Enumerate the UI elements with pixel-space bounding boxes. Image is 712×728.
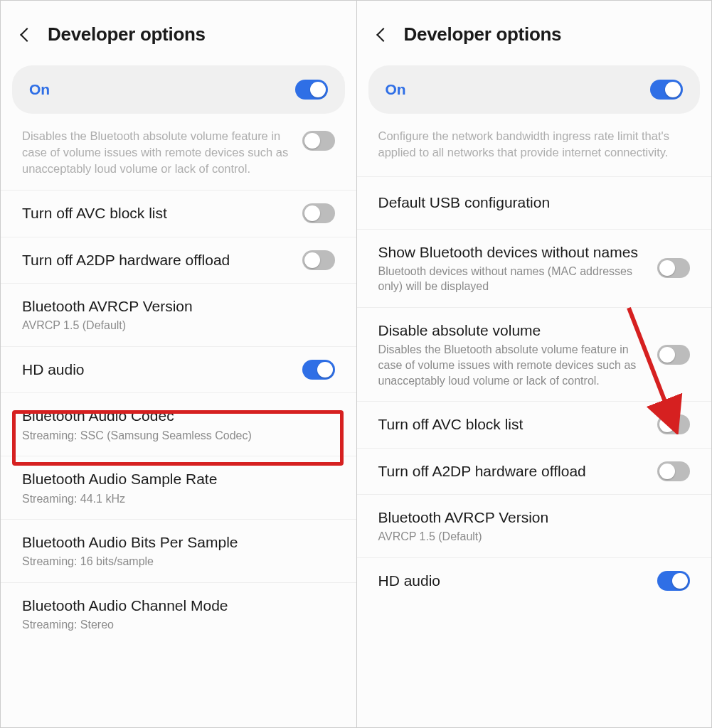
setting-label: Turn off AVC block list <box>378 414 649 434</box>
partial-description: Disables the Bluetooth absolute volume f… <box>22 128 302 177</box>
setting-channel-mode[interactable]: Bluetooth Audio Channel Mode Streaming: … <box>1 583 356 646</box>
master-toggle-label: On <box>29 81 50 98</box>
header: Developer options <box>357 1 712 65</box>
right-panel: Developer options On Configure the netwo… <box>356 1 712 727</box>
setting-label: Turn off A2DP hardware offload <box>378 461 649 481</box>
master-toggle[interactable] <box>295 80 328 100</box>
setting-toggle[interactable] <box>657 461 690 481</box>
setting-avc-block[interactable]: Turn off AVC block list <box>357 402 712 448</box>
page-title: Developer options <box>404 23 562 46</box>
settings-list: Configure the network bandwidth ingress … <box>357 121 712 727</box>
setting-sub: Streaming: 44.1 kHz <box>22 491 326 507</box>
setting-sub: Streaming: SSC (Samsung Seamless Codec) <box>22 428 326 444</box>
master-toggle[interactable] <box>650 80 683 100</box>
setting-label: Turn off AVC block list <box>22 203 294 223</box>
setting-sub: Bluetooth devices without names (MAC add… <box>378 264 649 294</box>
setting-label: Bluetooth AVRCP Version <box>378 508 682 528</box>
setting-label: Bluetooth AVRCP Version <box>22 296 326 316</box>
partial-setting-top: Configure the network bandwidth ingress … <box>357 121 712 177</box>
setting-label: Disable absolute volume <box>378 321 649 341</box>
setting-a2dp-offload[interactable]: Turn off A2DP hardware offload <box>357 449 712 495</box>
setting-label: HD audio <box>378 571 649 591</box>
setting-sample-rate[interactable]: Bluetooth Audio Sample Rate Streaming: 4… <box>1 456 356 520</box>
master-toggle-label: On <box>386 81 406 98</box>
setting-bt-no-names[interactable]: Show Bluetooth devices without names Blu… <box>357 230 712 309</box>
setting-label: Bluetooth Audio Channel Mode <box>22 596 326 616</box>
setting-toggle[interactable] <box>302 360 335 380</box>
setting-usb-config[interactable]: Default USB configuration <box>357 177 712 229</box>
setting-label: HD audio <box>22 360 294 380</box>
setting-sub: AVRCP 1.5 (Default) <box>378 529 682 545</box>
setting-toggle[interactable] <box>657 345 690 365</box>
left-panel: Developer options On Disables the Blueto… <box>1 1 356 727</box>
setting-sub: Disables the Bluetooth absolute volume f… <box>378 342 649 388</box>
settings-list: Disables the Bluetooth absolute volume f… <box>1 121 356 727</box>
setting-label: Turn off A2DP hardware offload <box>22 250 294 270</box>
setting-a2dp-offload[interactable]: Turn off A2DP hardware offload <box>1 237 356 284</box>
setting-sub: Streaming: Stereo <box>22 617 326 633</box>
setting-hd-audio[interactable]: HD audio <box>357 558 712 611</box>
header: Developer options <box>1 1 356 65</box>
setting-bits-per-sample[interactable]: Bluetooth Audio Bits Per Sample Streamin… <box>1 520 356 583</box>
page-title: Developer options <box>48 23 206 46</box>
setting-toggle[interactable] <box>302 250 335 270</box>
back-icon[interactable] <box>376 28 390 42</box>
setting-label: Bluetooth Audio Sample Rate <box>22 469 326 489</box>
setting-label: Show Bluetooth devices without names <box>378 242 649 262</box>
setting-sub: AVRCP 1.5 (Default) <box>22 318 326 333</box>
setting-toggle[interactable] <box>302 203 335 223</box>
partial-setting-top: Disables the Bluetooth absolute volume f… <box>1 121 356 191</box>
setting-hd-audio[interactable]: HD audio <box>1 347 356 393</box>
setting-toggle[interactable] <box>657 258 690 278</box>
setting-label: Default USB configuration <box>378 193 682 213</box>
setting-avc-block[interactable]: Turn off AVC block list <box>1 191 356 237</box>
setting-avrcp-version[interactable]: Bluetooth AVRCP Version AVRCP 1.5 (Defau… <box>1 284 356 347</box>
back-icon[interactable] <box>20 28 34 42</box>
setting-label: Bluetooth Audio Bits Per Sample <box>22 532 326 552</box>
master-toggle-row[interactable]: On <box>368 65 701 114</box>
setting-sub: Streaming: 16 bits/sample <box>22 554 326 569</box>
setting-toggle[interactable] <box>657 414 690 434</box>
setting-audio-codec[interactable]: Bluetooth Audio Codec Streaming: SSC (Sa… <box>1 393 356 456</box>
setting-label: Bluetooth Audio Codec <box>22 406 326 426</box>
partial-description: Configure the network bandwidth ingress … <box>378 128 691 161</box>
setting-disable-absolute-volume[interactable]: Disable absolute volume Disables the Blu… <box>357 308 712 402</box>
setting-toggle[interactable] <box>657 571 690 591</box>
master-toggle-row[interactable]: On <box>12 65 345 114</box>
setting-avrcp-version[interactable]: Bluetooth AVRCP Version AVRCP 1.5 (Defau… <box>357 495 712 558</box>
partial-toggle[interactable] <box>302 131 335 151</box>
